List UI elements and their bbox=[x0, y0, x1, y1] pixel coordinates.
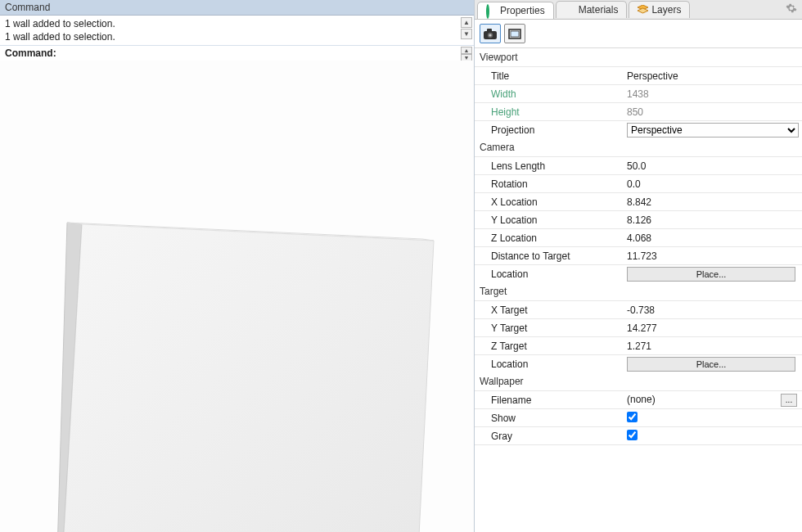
value-yloc[interactable]: 8.126 bbox=[622, 214, 802, 226]
command-header: Command bbox=[0, 0, 474, 16]
label-zt: Z Target bbox=[475, 340, 622, 352]
label-projection: Projection bbox=[475, 124, 622, 136]
label-title: Title bbox=[475, 70, 622, 82]
camera-view-button[interactable] bbox=[480, 24, 501, 43]
gear-icon[interactable] bbox=[786, 2, 797, 16]
command-history: 1 wall added to selection. 1 wall added … bbox=[0, 16, 474, 45]
label-target-location: Location bbox=[475, 358, 622, 370]
frame-view-button[interactable] bbox=[504, 24, 525, 43]
wall-3d-object bbox=[57, 216, 450, 532]
tab-label: Layers bbox=[651, 4, 681, 16]
panel-tabs: Properties Materials Layers bbox=[475, 0, 802, 20]
tab-materials[interactable]: Materials bbox=[556, 1, 628, 18]
history-line: 1 wall added to selection. bbox=[5, 17, 469, 30]
label-lens: Lens Length bbox=[475, 160, 622, 172]
label-zloc: Z Location bbox=[475, 232, 622, 244]
panel-toolbar bbox=[475, 20, 802, 48]
label-height: Height bbox=[475, 106, 622, 118]
gray-checkbox[interactable] bbox=[627, 430, 638, 440]
label-xt: X Target bbox=[475, 304, 622, 316]
materials-icon bbox=[565, 5, 575, 16]
value-filename-row: (none) ... bbox=[622, 394, 802, 407]
section-camera: Camera bbox=[475, 138, 802, 156]
app-root: Command 1 wall added to selection. 1 wal… bbox=[0, 0, 802, 532]
browse-button[interactable]: ... bbox=[781, 394, 797, 407]
value-zloc[interactable]: 4.068 bbox=[622, 232, 802, 244]
label-xloc: X Location bbox=[475, 196, 622, 208]
command-input-row: Command: ▲ ▼ bbox=[0, 45, 474, 61]
svg-marker-3 bbox=[62, 224, 434, 532]
spin-up-icon[interactable]: ▲ bbox=[461, 47, 472, 54]
value-lens[interactable]: 50.0 bbox=[622, 160, 802, 172]
history-scroll[interactable]: ▲ ▼ bbox=[461, 17, 472, 39]
value-yt[interactable]: 14.277 bbox=[622, 322, 802, 334]
value-xt[interactable]: -0.738 bbox=[622, 304, 802, 316]
tab-layers[interactable]: Layers bbox=[629, 1, 690, 18]
tab-properties[interactable]: Properties bbox=[477, 2, 554, 19]
label-camera-location: Location bbox=[475, 268, 622, 280]
svg-point-9 bbox=[489, 34, 491, 36]
row-width: Width 1438 bbox=[475, 84, 802, 102]
label-rotation: Rotation bbox=[475, 178, 622, 190]
scroll-up-icon[interactable]: ▲ bbox=[461, 17, 472, 28]
properties-body: Viewport Title Perspective Width 1438 He… bbox=[475, 48, 802, 532]
section-viewport: Viewport bbox=[475, 48, 802, 66]
value-filename: (none) bbox=[627, 394, 656, 405]
section-target: Target bbox=[475, 282, 802, 300]
tab-label: Materials bbox=[579, 4, 619, 16]
properties-panel: Properties Materials Layers bbox=[475, 0, 802, 532]
layers-icon bbox=[638, 5, 648, 16]
projection-select[interactable]: Perspective bbox=[627, 123, 799, 138]
row-height: Height 850 bbox=[475, 102, 802, 120]
viewport-canvas[interactable] bbox=[0, 61, 474, 532]
row-projection: Projection Perspective bbox=[475, 120, 802, 138]
camera-icon bbox=[484, 29, 497, 39]
svg-rect-11 bbox=[511, 31, 519, 37]
label-yloc: Y Location bbox=[475, 214, 622, 226]
value-rotation[interactable]: 0.0 bbox=[622, 178, 802, 190]
tab-label: Properties bbox=[500, 5, 545, 16]
value-height: 850 bbox=[622, 106, 802, 118]
command-spinner[interactable]: ▲ ▼ bbox=[461, 47, 472, 61]
value-zt[interactable]: 1.271 bbox=[622, 340, 802, 352]
label-filename: Filename bbox=[475, 394, 622, 406]
history-line: 1 wall added to selection. bbox=[5, 30, 469, 43]
row-title: Title Perspective bbox=[475, 66, 802, 84]
label-show: Show bbox=[475, 413, 622, 424]
scroll-down-icon[interactable]: ▼ bbox=[461, 29, 472, 39]
properties-icon bbox=[486, 6, 497, 16]
value-title[interactable]: Perspective bbox=[622, 70, 802, 82]
value-projection[interactable]: Perspective bbox=[622, 123, 802, 138]
value-xloc[interactable]: 8.842 bbox=[622, 196, 802, 208]
svg-marker-5 bbox=[638, 8, 648, 13]
target-place-button[interactable]: Place... bbox=[627, 357, 795, 372]
left-pane: Command 1 wall added to selection. 1 wal… bbox=[0, 0, 475, 532]
label-dist: Distance to Target bbox=[475, 250, 622, 262]
label-width: Width bbox=[475, 88, 622, 100]
show-checkbox[interactable] bbox=[627, 412, 638, 422]
value-width: 1438 bbox=[622, 88, 802, 100]
label-yt: Y Target bbox=[475, 322, 622, 334]
camera-place-button[interactable]: Place... bbox=[627, 267, 795, 282]
label-gray: Gray bbox=[475, 431, 622, 442]
command-input[interactable] bbox=[60, 47, 469, 59]
frame-icon bbox=[508, 29, 521, 39]
command-prompt-label: Command: bbox=[5, 47, 60, 59]
section-wallpaper: Wallpaper bbox=[475, 372, 802, 390]
value-dist[interactable]: 11.723 bbox=[622, 250, 802, 262]
svg-rect-7 bbox=[487, 29, 492, 32]
